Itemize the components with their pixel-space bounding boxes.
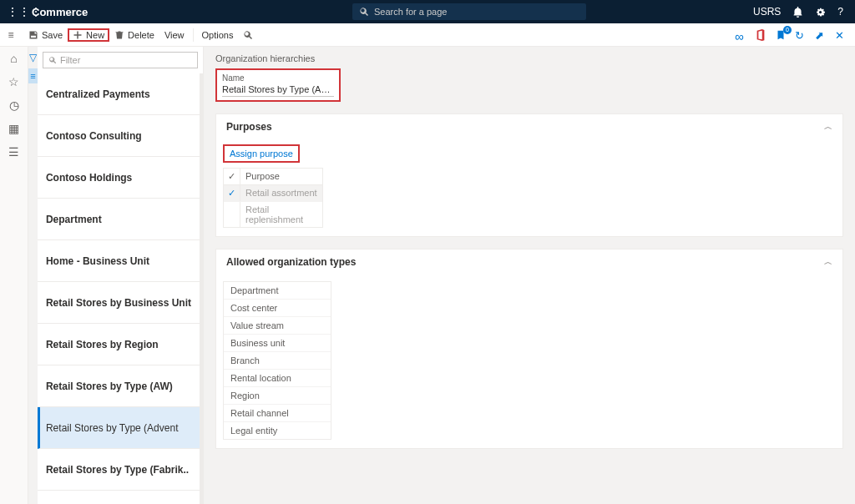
options-label: Options [202, 30, 234, 40]
list-item[interactable]: Centralized Payments [38, 73, 200, 115]
delete-button[interactable]: Delete [109, 28, 159, 42]
popout-icon[interactable]: ⬈ [815, 29, 827, 41]
link-icon[interactable]: ∞ [735, 29, 746, 41]
section-title: Purposes [226, 121, 272, 133]
purposes-table: ✓ Purpose ✓ Retail assortment Retail rep… [223, 168, 323, 228]
save-label: Save [42, 30, 63, 40]
view-label: View [164, 30, 185, 40]
list-item[interactable]: Rental location [224, 370, 331, 387]
list-panel: ▽ ≡ Filter Centralized Payments Contoso … [28, 47, 204, 504]
app-title: Commerce [32, 6, 88, 18]
breadcrumb: Organization hierarchies [215, 53, 843, 63]
delete-label: Delete [128, 30, 154, 40]
list-item[interactable]: Cost center [224, 300, 331, 317]
check-column-header[interactable]: ✓ [224, 169, 240, 184]
star-icon[interactable]: ☆ [8, 75, 19, 88]
funnel-icon[interactable]: ▽ [29, 52, 37, 63]
list-item[interactable]: Department [224, 282, 331, 300]
list-item[interactable]: Retail Stores by Type (Fabrik.. [38, 449, 200, 491]
purposes-header[interactable]: Purposes ︿ [216, 114, 842, 139]
options-button[interactable]: Options [197, 28, 239, 42]
main-content: Organization hierarchies Name Retail Sto… [204, 47, 855, 504]
body: ⌂ ☆ ◷ ▦ ☰ ▽ ≡ Filter Centralized Payment… [0, 47, 855, 504]
clock-icon[interactable]: ◷ [9, 98, 19, 112]
module-icon[interactable]: ▦ [8, 122, 19, 135]
plus-icon [73, 30, 83, 40]
home-icon[interactable]: ⌂ [10, 52, 17, 65]
new-label: New [86, 30, 104, 40]
purposes-section: Purposes ︿ Assign purpose ✓ Purpose ✓ Re… [215, 113, 843, 237]
close-icon[interactable]: ✕ [835, 29, 847, 41]
list-item[interactable]: Contoso Consulting [38, 115, 200, 157]
orgtypes-header[interactable]: Allowed organization types ︿ [216, 249, 842, 275]
row-label: Retail replenishment [240, 202, 322, 227]
list-item[interactable]: Branch [224, 352, 331, 370]
list-item[interactable]: Value stream [224, 317, 331, 335]
filter-placeholder: Filter [60, 55, 80, 65]
waffle-icon[interactable]: ⋮⋮⋮ [7, 5, 23, 18]
search-icon [48, 56, 57, 64]
attachments-button[interactable]: 0 [775, 29, 787, 41]
chevron-up-icon: ︿ [824, 121, 832, 133]
list-item[interactable]: Retail Stores by Type (Advent [38, 407, 200, 449]
list-item[interactable]: Contoso Holdings [38, 157, 200, 199]
section-title: Allowed organization types [226, 256, 356, 268]
list-icon[interactable]: ☰ [8, 145, 19, 159]
user-label[interactable]: USRS [753, 6, 781, 18]
chevron-up-icon: ︿ [824, 256, 832, 268]
list-item[interactable]: Retail Stores by Business Unit [38, 282, 200, 324]
list-item[interactable]: Department [38, 199, 200, 240]
gear-icon[interactable] [815, 7, 826, 18]
save-icon [28, 30, 38, 40]
row-label: Retail assortment [240, 185, 322, 201]
office-icon[interactable] [755, 29, 766, 41]
table-row[interactable]: Retail replenishment [224, 202, 322, 227]
list-item[interactable]: Retail channel [224, 405, 331, 422]
assign-purpose-button[interactable]: Assign purpose [223, 144, 300, 163]
purpose-column-header[interactable]: Purpose [240, 169, 322, 184]
list-colstrip: ▽ ≡ [28, 47, 38, 504]
cmd-search-button[interactable] [238, 28, 258, 42]
global-search[interactable]: Search for a page [352, 3, 586, 20]
row-check-icon: ✓ [224, 185, 240, 201]
name-field[interactable]: Name Retail Stores by Type (Adventur... [215, 68, 341, 102]
orgtypes-list: Department Cost center Value stream Busi… [223, 281, 331, 440]
hierarchy-list: Centralized Payments Contoso Consulting … [38, 73, 203, 504]
search-icon [243, 30, 253, 40]
bell-icon[interactable] [792, 7, 803, 18]
name-value: Retail Stores by Type (Adventur... [222, 84, 334, 97]
row-check-icon [224, 202, 240, 227]
refresh-icon[interactable]: ↻ [795, 29, 807, 41]
table-row[interactable]: ✓ Retail assortment [224, 185, 322, 202]
list-item[interactable]: Region [224, 387, 331, 405]
save-button[interactable]: Save [23, 28, 68, 42]
attachments-count: 0 [783, 26, 792, 34]
list-item[interactable]: Retail Stores by Type (AW) [38, 365, 200, 407]
listview-toggle-icon[interactable]: ≡ [28, 68, 38, 83]
hamburger-icon[interactable]: ≡ [3, 29, 18, 41]
list-item[interactable]: Business unit [224, 335, 331, 352]
list-item[interactable]: Retail Stores by Region [38, 324, 200, 365]
command-bar: ≡ Save New Delete View Options ∞ 0 ↻ ⬈ ✕ [0, 23, 855, 47]
orgtypes-section: Allowed organization types ︿ Department … [215, 249, 843, 449]
view-button[interactable]: View [159, 28, 190, 42]
list-item[interactable]: Legal entity [224, 422, 331, 439]
search-icon [359, 7, 369, 17]
name-label: Name [222, 73, 334, 83]
trash-icon [114, 30, 124, 40]
new-button[interactable]: New [68, 28, 109, 42]
list-item[interactable]: Home - Business Unit [38, 240, 200, 282]
help-icon[interactable]: ? [837, 6, 843, 18]
topbar-right: USRS ? [753, 6, 843, 18]
topbar: ⋮⋮⋮ Commerce Search for a page USRS ? [0, 0, 855, 23]
left-rail: ⌂ ☆ ◷ ▦ ☰ [0, 47, 28, 504]
filter-input[interactable]: Filter [43, 52, 198, 68]
search-placeholder: Search for a page [374, 7, 447, 17]
